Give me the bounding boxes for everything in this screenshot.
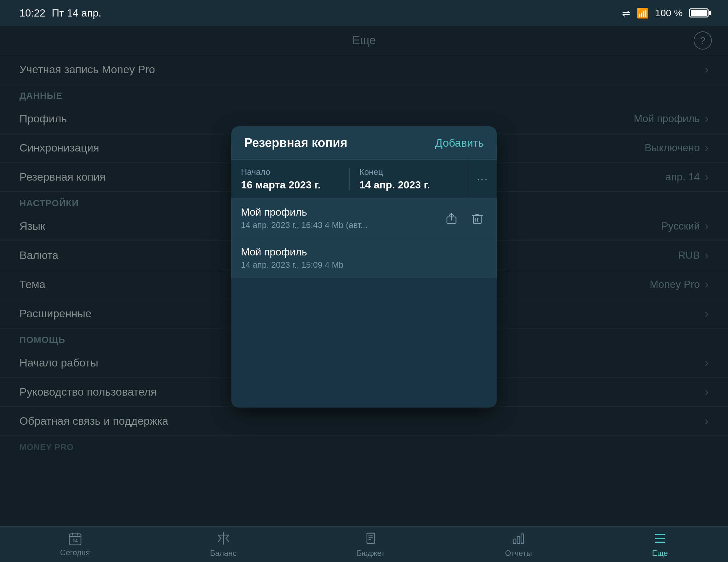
tab-reports-label: Отчеты — [505, 549, 532, 558]
budget-icon — [364, 531, 378, 547]
svg-line-16 — [218, 538, 221, 542]
today-icon-container: 14 — [67, 532, 83, 546]
date-range-start[interactable]: Начало 16 марта 2023 г. — [231, 160, 349, 198]
backup-modal: Резервная копия Добавить Начало 16 марта… — [231, 126, 497, 407]
backup-entry-1-info: Мой профиль 14 апр. 2023 г., 16:43 4 Mb … — [241, 206, 368, 230]
wifi-label: 📶 — [637, 7, 649, 19]
svg-line-15 — [218, 535, 221, 538]
reports-icon — [511, 531, 526, 547]
date-range-more-button[interactable]: ··· — [468, 160, 497, 198]
tab-budget[interactable]: Бюджет — [357, 531, 385, 558]
today-icon: 14 — [68, 532, 82, 546]
start-value: 16 марта 2023 г. — [241, 179, 340, 191]
start-label: Начало — [241, 167, 340, 177]
backup-entry-2[interactable]: Мой профиль 14 апр. 2023 г., 15:09 4 Mb — [231, 238, 497, 278]
battery-percent: 100 % — [655, 7, 683, 18]
backup-entry-1-title: Мой профиль — [241, 206, 368, 218]
modal-title: Резервная копия — [244, 136, 347, 150]
backup-entry-1-actions — [442, 209, 487, 228]
tab-balance[interactable]: Баланс — [210, 531, 237, 558]
backup-entry-1[interactable]: Мой профиль 14 апр. 2023 г., 16:43 4 Mb … — [231, 199, 497, 238]
svg-rect-28 — [655, 538, 665, 539]
delete-button[interactable] — [468, 209, 487, 228]
svg-line-18 — [226, 538, 229, 542]
svg-rect-27 — [655, 534, 665, 535]
backup-entry-1-meta: 14 апр. 2023 г., 16:43 4 Mb (авт... — [241, 220, 368, 230]
date-range-end[interactable]: Конец 14 апр. 2023 г. — [350, 160, 468, 198]
share-button[interactable] — [442, 209, 461, 228]
end-label: Конец — [359, 167, 458, 177]
svg-rect-29 — [655, 542, 665, 543]
svg-text:14: 14 — [73, 538, 78, 543]
date-range-bar: Начало 16 марта 2023 г. Конец 14 апр. 20… — [231, 160, 497, 199]
status-date: Пт 14 апр. — [52, 7, 101, 19]
backup-entry-2-title: Мой профиль — [241, 246, 487, 258]
battery-icon — [689, 8, 709, 17]
tab-more[interactable]: Еще — [652, 531, 668, 558]
svg-rect-24 — [513, 539, 516, 544]
share-icon — [444, 211, 459, 225]
tab-today[interactable]: 14 Сегодня — [60, 532, 90, 557]
backup-entry-2-meta: 14 апр. 2023 г., 15:09 4 Mb — [241, 260, 487, 270]
status-bar: 10:22 Пт 14 апр. ⇌ 📶 100 % — [0, 0, 728, 26]
tab-reports[interactable]: Отчеты — [505, 531, 532, 558]
svg-rect-19 — [367, 533, 375, 544]
svg-line-17 — [226, 535, 229, 538]
status-time: 10:22 — [19, 7, 45, 19]
modal-add-button[interactable]: Добавить — [435, 137, 484, 149]
more-icon — [653, 531, 667, 547]
backup-entry-1-header: Мой профиль 14 апр. 2023 г., 16:43 4 Mb … — [241, 206, 487, 230]
trash-icon — [470, 211, 484, 225]
tab-more-label: Еще — [652, 549, 668, 558]
tab-today-label: Сегодня — [60, 548, 90, 557]
wifi-icon: ⇌ — [622, 7, 630, 19]
balance-icon — [216, 531, 231, 547]
end-value: 14 апр. 2023 г. — [359, 179, 458, 191]
tab-bar: 14 Сегодня Баланс — [0, 526, 728, 562]
status-bar-right: ⇌ 📶 100 % — [622, 7, 709, 19]
modal-empty-space — [231, 278, 497, 407]
svg-rect-26 — [521, 534, 524, 544]
tab-budget-label: Бюджет — [357, 549, 385, 558]
tab-balance-label: Баланс — [210, 549, 237, 558]
svg-rect-25 — [517, 536, 520, 544]
modal-header: Резервная копия Добавить — [231, 126, 497, 160]
